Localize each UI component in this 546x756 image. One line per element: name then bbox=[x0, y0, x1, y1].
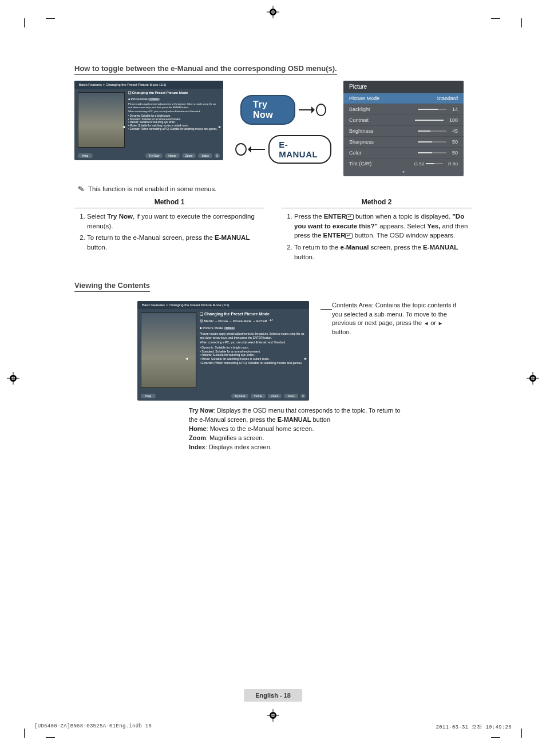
viewing-section: Viewing the Contents Basic Features > Ch… bbox=[74, 280, 472, 452]
emanual-line1-big: Picture modes apply preset adjustments t… bbox=[200, 332, 306, 339]
osd-row-tint[interactable]: Tint (G/R) G 50R 50 bbox=[343, 158, 464, 169]
bullet-dynamic: Dynamic: Suitable for a bright room. bbox=[201, 346, 249, 349]
footer-filename: [UD6400-ZA]BN68-03525A-01Eng.indb 18 bbox=[34, 723, 152, 731]
osd-tint-g: G 50 bbox=[414, 161, 424, 167]
home-button[interactable]: Home bbox=[165, 153, 179, 158]
section-title-toggle: How to toggle between the e-Manual and t… bbox=[74, 64, 337, 75]
method2-step2: To return to the e-Manual screen, press … bbox=[294, 243, 472, 262]
osd-row-brightness[interactable]: Brightness 45 bbox=[343, 125, 464, 136]
zoom-button[interactable]: Zoom bbox=[268, 394, 282, 398]
nav-right-icon: ▸ bbox=[219, 124, 221, 129]
note-icon: ✎ bbox=[77, 184, 86, 194]
bullet-movie: Movie: Suitable for watching movies in a… bbox=[130, 124, 189, 127]
button-descriptions: Try Now: Displays the OSD menu that corr… bbox=[189, 406, 406, 452]
pill-column: Try Now E-MANUAL bbox=[240, 81, 326, 164]
osd-value: Standard bbox=[437, 96, 458, 101]
bullet-movie: Movie: Suitable for watching movies in a… bbox=[201, 357, 270, 361]
emanual-line2: When connecting a PC, you can only selec… bbox=[128, 110, 220, 113]
close-button[interactable]: X bbox=[300, 394, 306, 398]
footer-timestamp: 2011-03-31 오전 10:49:26 bbox=[436, 723, 512, 731]
osd-row-color[interactable]: Color 50 bbox=[343, 147, 464, 158]
osd-label: Sharpness bbox=[349, 139, 374, 145]
emanual-label: E-MANUAL bbox=[215, 234, 250, 241]
emanual-subheading-big: Picture Mode bbox=[203, 326, 223, 330]
bullet-dynamic: Dynamic: Suitable for a bright room. bbox=[130, 114, 171, 117]
emanual-line1: Picture modes apply preset adjustments t… bbox=[128, 102, 220, 109]
help-button[interactable]: Help bbox=[78, 153, 93, 158]
bullet-natural: Natural: Suitable for reducing eye strai… bbox=[130, 121, 176, 124]
index-button[interactable]: Index bbox=[284, 394, 298, 398]
method-2-title: Method 2 bbox=[282, 198, 472, 208]
emanual-breadcrumb-big: Basic Features > Changing the Preset Pic… bbox=[137, 301, 309, 309]
enter-icon: ↵ bbox=[345, 233, 353, 239]
osd-title: Picture bbox=[343, 81, 464, 93]
bullet-standard: Standard: Suitable for a normal environm… bbox=[201, 350, 260, 353]
try-now-label: Try Now bbox=[107, 213, 133, 220]
emanual-heading: Changing the Preset Picture Mode bbox=[132, 91, 188, 94]
osd-row-sharpness[interactable]: Sharpness 50 bbox=[343, 136, 464, 147]
method1-step2: To return to the e-Manual screen, press … bbox=[87, 233, 264, 252]
method2-step1: Press the ENTER↵ button when a topic is … bbox=[294, 212, 472, 240]
arrow-left-icon bbox=[250, 149, 265, 150]
osd-row-backlight[interactable]: Backlight 14 bbox=[343, 104, 464, 114]
bullet-standard: Standard: Suitable for a normal environm… bbox=[130, 118, 181, 121]
method-2: Method 2 Press the ENTER↵ button when a … bbox=[282, 198, 472, 264]
osd-label: Picture Mode bbox=[349, 96, 379, 101]
osd-label: Contrast bbox=[349, 117, 369, 123]
nav-left-icon: ◂ bbox=[122, 124, 125, 129]
osd-row-contrast[interactable]: Contrast 100 bbox=[343, 114, 464, 125]
emanual-pill[interactable]: E-MANUAL bbox=[268, 135, 331, 164]
osd-label: Color bbox=[349, 150, 362, 156]
emanual-menu-path: Ⓜ MENU → Picture → Picture Mode → ENTER … bbox=[200, 318, 306, 323]
osd-label: Backlight bbox=[349, 106, 370, 112]
note-row: ✎ This function is not enabled in some m… bbox=[78, 184, 472, 193]
method-1-title: Method 1 bbox=[74, 198, 264, 208]
home-button[interactable]: Home bbox=[251, 394, 265, 398]
emanual-thumbnail-big bbox=[141, 312, 196, 388]
emanual-breadcrumb: Basic Features > Changing the Preset Pic… bbox=[74, 81, 223, 89]
osd-label: Tint (G/R) bbox=[349, 161, 371, 167]
osd-row-picture-mode[interactable]: Picture Mode Standard bbox=[343, 93, 464, 104]
trynow-button[interactable]: Try Now bbox=[145, 153, 163, 158]
emanual-subheading: Picture Mode bbox=[130, 97, 147, 101]
close-button[interactable]: X bbox=[215, 153, 220, 158]
page-number-bar: English - 18 bbox=[244, 689, 302, 702]
osd-value: 100 bbox=[449, 117, 458, 123]
footer-meta: [UD6400-ZA]BN68-03525A-01Eng.indb 18 201… bbox=[34, 723, 512, 731]
zoom-button[interactable]: Zoom bbox=[182, 153, 196, 158]
method-1: Method 1 Select Try Now, if you want to … bbox=[74, 198, 264, 264]
bullet-natural: Natural: Suitable for reducing eye strai… bbox=[201, 353, 255, 357]
emanual-thumbnail bbox=[78, 92, 125, 148]
index-button[interactable]: Index bbox=[198, 153, 212, 158]
emanual-line2-big: When connecting a PC, you can only selec… bbox=[200, 341, 306, 345]
osd-panel: Picture Picture Mode Standard Backlight … bbox=[343, 81, 464, 176]
trynow-button[interactable]: Try Now bbox=[231, 394, 248, 398]
page: How to toggle between the e-Manual and t… bbox=[0, 0, 546, 756]
osd-label: Brightness bbox=[349, 128, 374, 134]
emanual-panel-big: Basic Features > Changing the Preset Pic… bbox=[137, 301, 309, 401]
callout-contents: Contents Area: Contains the topic conten… bbox=[321, 301, 458, 337]
emanual-panel-small: Basic Features > Changing the Preset Pic… bbox=[74, 81, 223, 160]
tools-badge: TOOLS bbox=[148, 98, 160, 101]
left-triangle-icon: ◄ bbox=[424, 320, 429, 326]
arrow-right-icon bbox=[299, 109, 312, 110]
emanual-heading-big: Changing the Preset Picture Mode bbox=[204, 312, 270, 316]
method1-step1: Select Try Now, if you want to execute t… bbox=[87, 212, 264, 231]
osd-value: 45 bbox=[452, 128, 458, 134]
osd-value: 50 bbox=[452, 139, 458, 145]
note-text: This function is not enabled in some men… bbox=[88, 185, 216, 192]
osd-tint-r: R 50 bbox=[448, 161, 458, 167]
nav-right-icon: ▸ bbox=[304, 356, 307, 361]
figure-row-top: Basic Features > Changing the Preset Pic… bbox=[74, 81, 472, 176]
tools-badge: TOOLS bbox=[224, 327, 235, 330]
osd-value: 50 bbox=[452, 150, 458, 156]
osd-value: 14 bbox=[452, 106, 458, 112]
nav-left-icon: ◂ bbox=[185, 356, 188, 361]
try-now-pill[interactable]: Try Now bbox=[240, 95, 295, 125]
methods-row: Method 1 Select Try Now, if you want to … bbox=[74, 198, 472, 264]
osd-more-icon: ▾ bbox=[343, 169, 464, 176]
help-button[interactable]: Help bbox=[141, 394, 156, 398]
section-title-viewing: Viewing the Contents bbox=[74, 281, 150, 292]
bullet-entertain: Entertain (When connecting a PC): Suitab… bbox=[130, 128, 217, 130]
bullet-entertain: Entertain (When connecting a PC): Suitab… bbox=[201, 361, 302, 365]
